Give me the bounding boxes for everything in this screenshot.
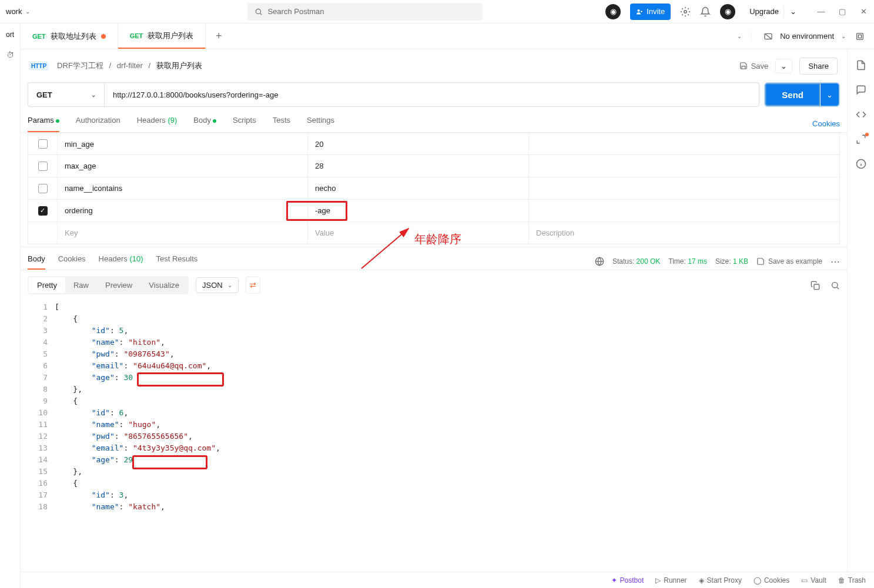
- bot-icon[interactable]: ◉: [605, 4, 621, 19]
- tab-headers[interactable]: Headers (9): [137, 116, 178, 132]
- window-minimize-icon[interactable]: —: [816, 7, 826, 16]
- tab-label: Headers: [99, 254, 128, 263]
- resp-tab-body[interactable]: Body: [28, 254, 45, 269]
- svg-point-0: [256, 9, 261, 14]
- history-icon[interactable]: ⏱: [6, 51, 14, 59]
- cookies-link[interactable]: Cookies: [812, 119, 840, 128]
- tab-body[interactable]: Body: [193, 116, 216, 132]
- avatar-icon[interactable]: ◉: [720, 4, 735, 19]
- active-dot-icon: [213, 119, 216, 123]
- tab-overflow-icon[interactable]: ⌄: [737, 33, 742, 39]
- invite-icon: [636, 8, 643, 15]
- save-button[interactable]: Save: [739, 62, 769, 70]
- tab-get-user-list[interactable]: GET 获取用户列表: [118, 23, 206, 49]
- info-icon[interactable]: [856, 159, 866, 169]
- line-wrap-icon[interactable]: ⇄: [246, 277, 260, 294]
- share-button[interactable]: Share: [799, 58, 838, 75]
- resp-tab-test-results[interactable]: Test Results: [156, 254, 198, 269]
- env-quick-look-icon[interactable]: [855, 32, 865, 41]
- param-value-placeholder[interactable]: Value: [308, 222, 529, 244]
- active-dot-icon: [56, 119, 59, 123]
- vault-button[interactable]: ▭Vault: [801, 576, 826, 584]
- invite-label: Invite: [647, 7, 665, 16]
- param-checkbox[interactable]: [38, 184, 48, 193]
- search-input[interactable]: Search Postman: [247, 3, 483, 21]
- network-icon[interactable]: [595, 257, 604, 266]
- save-dropdown[interactable]: ⌄: [775, 59, 792, 73]
- bottom-cookies-button[interactable]: ◯Cookies: [754, 576, 789, 584]
- save-as-example-button[interactable]: Save as example: [756, 257, 822, 266]
- tab-tests[interactable]: Tests: [273, 116, 290, 132]
- save-example-label: Save as example: [768, 257, 822, 266]
- param-desc[interactable]: [529, 155, 839, 177]
- annotation-highlight-box: [137, 372, 224, 387]
- param-checkbox[interactable]: ✓: [38, 206, 48, 216]
- code-icon[interactable]: [856, 109, 866, 120]
- tab-scripts[interactable]: Scripts: [233, 116, 256, 132]
- status-value: 200 OK: [637, 257, 661, 266]
- view-raw[interactable]: Raw: [65, 277, 97, 293]
- param-key[interactable]: min_age: [58, 133, 308, 154]
- import-button[interactable]: ort: [6, 31, 14, 39]
- dirty-dot-icon: [101, 34, 106, 39]
- send-button[interactable]: Send: [765, 83, 820, 106]
- chevron-down-icon: ⌄: [227, 282, 232, 288]
- environment-selector[interactable]: No environment ⌄: [751, 32, 846, 41]
- param-checkbox[interactable]: [38, 162, 48, 171]
- param-desc[interactable]: [529, 200, 839, 221]
- resp-tab-headers[interactable]: Headers (10): [99, 254, 143, 269]
- url-bar: GET ⌄ http://127.0.0.1:8000/books/users?…: [21, 82, 847, 107]
- copy-icon[interactable]: [811, 281, 820, 290]
- param-checkbox[interactable]: [38, 139, 48, 149]
- chevron-down-icon: ⌄: [91, 92, 96, 98]
- breadcrumb-workspace[interactable]: DRF学习工程: [57, 61, 103, 70]
- bell-icon[interactable]: [700, 6, 711, 17]
- comments-icon[interactable]: [856, 85, 866, 95]
- breadcrumb-request: 获取用户列表: [156, 61, 202, 70]
- gear-icon[interactable]: [680, 6, 691, 17]
- search-response-icon[interactable]: [831, 281, 840, 290]
- window-maximize-icon[interactable]: ▢: [838, 7, 847, 16]
- annotation-highlight-box: [286, 201, 347, 221]
- param-desc[interactable]: [529, 177, 839, 199]
- method-badge: GET: [32, 33, 46, 40]
- runner-button[interactable]: ▷Runner: [655, 576, 687, 584]
- tab-params[interactable]: Params: [28, 116, 59, 132]
- view-preview[interactable]: Preview: [97, 277, 140, 293]
- param-key[interactable]: name__icontains: [58, 177, 308, 199]
- tab-settings[interactable]: Settings: [307, 116, 334, 132]
- postbot-button[interactable]: ✦Postbot: [611, 576, 644, 584]
- param-key-placeholder[interactable]: Key: [58, 222, 308, 244]
- view-pretty[interactable]: Pretty: [29, 277, 65, 293]
- param-key[interactable]: max_age: [58, 155, 308, 177]
- svg-point-2: [638, 9, 640, 12]
- param-key[interactable]: ordering: [58, 200, 308, 221]
- param-value[interactable]: 20: [308, 133, 529, 154]
- start-proxy-button[interactable]: ◈Start Proxy: [699, 576, 742, 584]
- environment-label: No environment: [780, 32, 834, 41]
- tab-bar: GET 获取地址列表 GET 获取用户列表 + ⌄ No environment: [21, 23, 874, 49]
- breadcrumb-folder[interactable]: drf-filter: [117, 61, 143, 70]
- response-json[interactable]: [ { "id": 5, "name": "hiton", "pwd": "09…: [55, 300, 840, 572]
- new-tab-button[interactable]: +: [206, 23, 232, 49]
- param-desc[interactable]: [529, 133, 839, 154]
- workspace-dropdown[interactable]: work ⌄: [6, 7, 30, 16]
- param-desc-placeholder[interactable]: Description: [529, 222, 839, 244]
- upgrade-button[interactable]: Upgrade ⌄: [745, 6, 801, 18]
- more-icon[interactable]: ⋯: [831, 256, 840, 267]
- param-value[interactable]: 28: [308, 155, 529, 177]
- send-dropdown[interactable]: ⌄: [821, 83, 839, 106]
- url-input[interactable]: http://127.0.0.1:8000/books/users?orderi…: [105, 83, 759, 106]
- view-visualize[interactable]: Visualize: [140, 277, 187, 293]
- tab-authorization[interactable]: Authorization: [76, 116, 120, 132]
- invite-button[interactable]: Invite: [630, 4, 671, 20]
- method-select[interactable]: GET ⌄: [28, 83, 105, 106]
- expand-icon[interactable]: [856, 134, 866, 145]
- resp-tab-cookies[interactable]: Cookies: [58, 254, 86, 269]
- window-close-icon[interactable]: ✕: [859, 7, 868, 16]
- documentation-icon[interactable]: [856, 60, 866, 70]
- tab-get-address-list[interactable]: GET 获取地址列表: [21, 23, 118, 49]
- param-value[interactable]: necho: [308, 177, 529, 199]
- format-select[interactable]: JSON ⌄: [196, 277, 239, 293]
- trash-button[interactable]: 🗑Trash: [838, 576, 866, 584]
